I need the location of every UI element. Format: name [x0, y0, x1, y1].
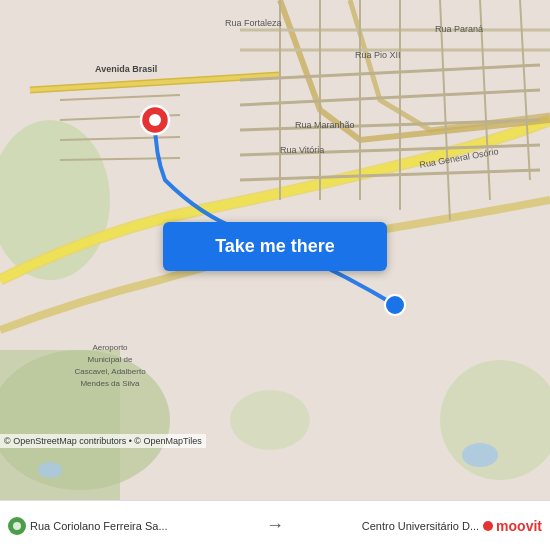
- svg-text:Mendes da Silva: Mendes da Silva: [80, 379, 140, 388]
- svg-point-26: [385, 295, 405, 315]
- svg-text:Rua Maranhão: Rua Maranhão: [295, 120, 355, 130]
- svg-text:Aeroporto: Aeroporto: [92, 343, 128, 352]
- origin-text: Rua Coriolano Ferreira Sa...: [30, 520, 168, 532]
- direction-arrow: →: [266, 515, 284, 536]
- svg-point-40: [13, 522, 21, 530]
- svg-text:Rua Paraná: Rua Paraná: [435, 24, 483, 34]
- svg-text:Cascavel, Adalberto: Cascavel, Adalberto: [74, 367, 146, 376]
- destination-text: Centro Universitário D...: [362, 520, 479, 532]
- svg-text:Avenida Brasil: Avenida Brasil: [95, 64, 157, 74]
- svg-text:Rua Fortaleza: Rua Fortaleza: [225, 18, 282, 28]
- svg-point-7: [38, 462, 62, 478]
- osm-icon: [8, 517, 26, 535]
- map-attribution: © OpenStreetMap contributors • © OpenMap…: [0, 434, 206, 448]
- moovit-logo: moovit: [483, 518, 542, 534]
- svg-point-6: [462, 443, 498, 467]
- map-container: Rua Fortaleza Avenida Brasil Rua Paraná …: [0, 0, 550, 500]
- bottom-right: Centro Universitário D... moovit: [275, 518, 550, 534]
- svg-point-39: [149, 114, 161, 126]
- svg-text:Municipal de: Municipal de: [88, 355, 133, 364]
- svg-point-5: [230, 390, 310, 450]
- take-me-there-button[interactable]: Take me there: [163, 222, 387, 271]
- moovit-logo-dot: [483, 521, 493, 531]
- bottom-left: Rua Coriolano Ferreira Sa...: [0, 517, 275, 535]
- bottom-bar: Rua Coriolano Ferreira Sa... → Centro Un…: [0, 500, 550, 550]
- svg-text:Rua Pio XII: Rua Pio XII: [355, 50, 401, 60]
- moovit-logo-text: moovit: [496, 518, 542, 534]
- svg-text:Rua Vitória: Rua Vitória: [280, 145, 324, 155]
